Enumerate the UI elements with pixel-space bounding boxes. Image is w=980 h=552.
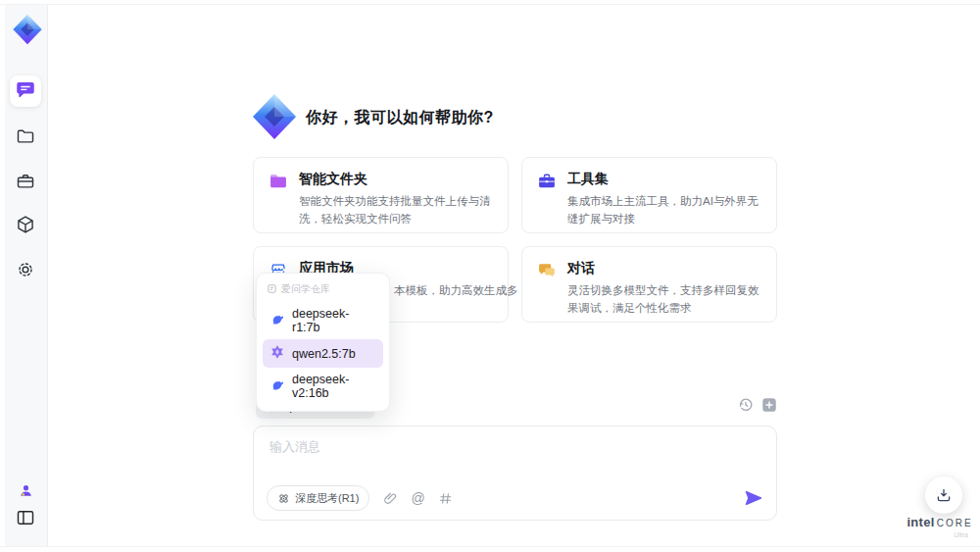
deepseek-icon [270, 377, 285, 396]
model-option-deepseek-r1[interactable]: deepseek-r1:7b [263, 302, 383, 339]
mention-button[interactable]: @ [411, 491, 424, 505]
history-icon [737, 396, 755, 414]
paperclip-icon [383, 491, 398, 506]
model-option-deepseek-v2[interactable]: deepseek-v2:16b [263, 368, 383, 405]
top-hairline [0, 4, 980, 5]
card-description: 集成市场上主流工具，助力AI与外界无缝扩展与对接 [567, 193, 761, 228]
history-button[interactable] [737, 396, 755, 414]
briefcase-icon [16, 172, 35, 195]
composer-toolbar: 深度思考(R1) @ [267, 485, 763, 511]
bottom-hairline [0, 546, 980, 547]
attach-button[interactable] [382, 490, 398, 506]
sidebar [5, 5, 48, 546]
cube-icon [16, 215, 35, 238]
card-title: 工具集 [567, 171, 761, 188]
sidebar-item-settings[interactable] [10, 256, 41, 287]
atom-icon [277, 492, 290, 505]
intel-tier-text: Ultra [904, 531, 976, 538]
chat-icon [16, 79, 35, 103]
conversation-icon [537, 261, 557, 280]
new-chat-icon [760, 396, 778, 414]
sidebar-item-models[interactable] [10, 211, 41, 242]
intel-core-badge: intelCORE Ultra [904, 513, 976, 538]
send-icon [744, 488, 763, 508]
panel-toggle-icon [16, 508, 35, 531]
card-description: 灵活切换多模型文件，支持多样回复效果调试，满足个性化需求 [567, 282, 761, 318]
card-title: 对话 [567, 260, 761, 277]
message-composer: 深度思考(R1) @ [253, 426, 777, 521]
gear-icon [16, 260, 35, 283]
card-description: 智能文件夹功能支持批量文件上传与清洗，轻松实现文件问答 [299, 193, 493, 228]
download-icon [935, 486, 953, 504]
card-conversation[interactable]: 对话 灵活切换多模型文件，支持多样回复效果调试，满足个性化需求 [521, 246, 777, 323]
card-toolset[interactable]: 工具集 集成市场上主流工具，助力AI与外界无缝扩展与对接 [521, 157, 777, 233]
user-icon [18, 482, 34, 503]
model-option-qwen[interactable]: qwen2.5:7b [263, 339, 383, 368]
greeting-logo-icon [251, 93, 298, 140]
greeting-title: 你好，我可以如何帮助你? [306, 108, 494, 128]
model-dropdown-header: 爱问学仓库 [263, 279, 383, 302]
new-chat-button[interactable] [760, 396, 778, 414]
prompt-grid-button[interactable] [438, 490, 454, 506]
folder-icon [16, 126, 35, 150]
sidebar-item-folders[interactable] [10, 123, 41, 154]
hash-grid-icon [438, 491, 453, 506]
sidebar-item-toolbox[interactable] [10, 168, 41, 199]
message-input[interactable] [268, 436, 762, 484]
model-dropdown: 爱问学仓库 deepseek-r1:7b qwen2.5:7b deepseek… [256, 273, 390, 412]
send-button[interactable] [744, 488, 763, 508]
model-dropdown-header-label: 爱问学仓库 [281, 282, 330, 296]
model-option-label: deepseek-v2:16b [292, 373, 376, 400]
toolset-icon [537, 172, 557, 191]
model-option-label: deepseek-r1:7b [292, 307, 376, 334]
sidebar-item-collapse[interactable] [10, 504, 41, 535]
card-title: 智能文件夹 [299, 171, 493, 188]
app-logo-icon [12, 14, 43, 45]
deep-think-label: 深度思考(R1) [295, 491, 359, 506]
intel-brand-text: intel [906, 515, 934, 529]
qwen-icon [270, 344, 285, 363]
intel-core-text: CORE [937, 518, 973, 528]
repo-icon [267, 283, 277, 296]
card-smart-folder[interactable]: 智能文件夹 智能文件夹功能支持批量文件上传与清洗，轻松实现文件问答 [253, 157, 509, 233]
deepseek-icon [270, 312, 285, 330]
sidebar-item-chat[interactable] [10, 75, 41, 107]
download-button[interactable] [925, 477, 962, 514]
deep-think-toggle[interactable]: 深度思考(R1) [267, 485, 369, 511]
model-option-label: qwen2.5:7b [292, 347, 356, 361]
smart-folder-icon [269, 172, 288, 191]
